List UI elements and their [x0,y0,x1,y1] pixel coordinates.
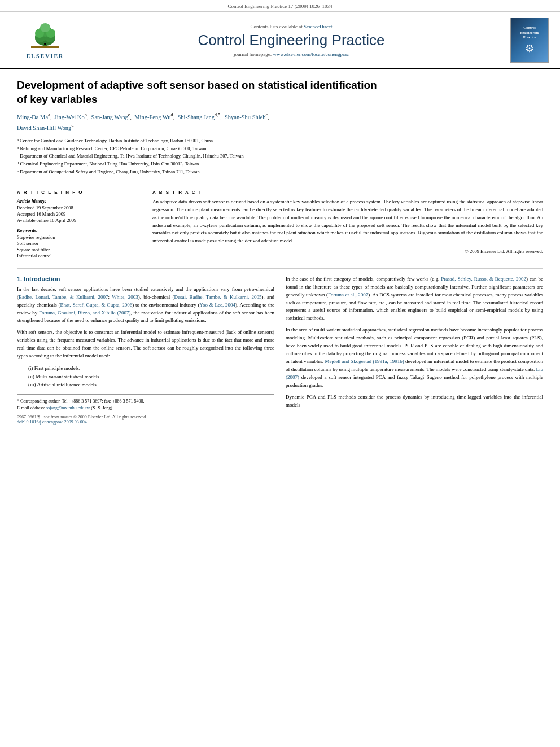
elsevier-logo: ELSEVIER [11,21,79,59]
authors-line: Ming-Da Maa, Jing-Wei Kob, San-Jang Wang… [17,112,543,133]
author-sanjang-wang[interactable]: San-Jang Wang [91,114,128,120]
sciencedirect-link[interactable]: ScienceDirect [304,24,332,29]
body-section: 1. Introduction In the last decade, soft… [17,268,543,425]
right-para2: In the area of multi-variant statistical… [286,326,543,390]
journal-homepage: journal homepage: www.elsevier.com/locat… [79,51,504,57]
author-shishang-jang[interactable]: Shi-Shang Jang [177,114,215,120]
ref-prasad[interactable]: Prasad, Schley, Russo, & Bequette, 2002 [441,276,526,282]
info-abstract-section: A R T I C L E I N F O Article history: R… [17,190,543,259]
journal-cover-area: ControlEngineeringPractice ⚙ [504,18,549,63]
abstract-heading: A B S T R A C T [152,190,543,195]
affiliation-b: b Refining and Manufacturing Research Ce… [17,145,543,152]
affil-a-text: Center for Control and Guidance Technolo… [20,137,213,145]
author-david-wong[interactable]: David Shan-Hill Wong [17,124,71,130]
doi-link[interactable]: doi:10.1016/j.conengprac.2009.03.004 [17,420,274,425]
journal-title: Control Engineering Practice [79,32,504,49]
article-info-col: A R T I C L E I N F O Article history: R… [17,190,141,259]
email-link[interactable]: ssjang@mx.nthu.edu.tw [46,405,90,410]
page-header: ELSEVIER Contents lists available at Sci… [0,12,560,69]
ref-badhe[interactable]: Badhe, Lonari, Tambe, & Kulkarni, 2007 [19,294,108,300]
issn-line: 0967-0661/$ - see front matter © 2009 El… [17,414,274,420]
section-divider [17,184,543,184]
list-item-3: (iii) Artificial intelligence models. [28,381,274,388]
main-content: Development of adaptive soft sensor base… [0,69,560,430]
article-history: Article history: Received 19 September 2… [17,198,141,223]
cover-icon: ⚙ [525,42,534,55]
keywords-section: Keywords: Stepwise regression Soft senso… [17,228,141,259]
article-title: Development of adaptive soft sensor base… [17,78,543,106]
keyword-1: Stepwise regression [17,234,141,240]
abstract-col: A B S T R A C T An adaptive data-driven … [152,190,543,259]
elsevier-tree-icon [28,21,62,52]
intro-para1: In the last decade, soft sensor applicat… [17,286,274,325]
ref-mejdell[interactable]: Mejdell and Skogestad (1991a, 1991b) [325,359,404,364]
sciencedirect-line: Contents lists available at ScienceDirec… [79,24,504,29]
journal-bar-text: Control Engineering Practice 17 (2009) 1… [228,3,332,9]
copyright-line: © 2009 Elsevier Ltd. All rights reserved… [152,248,543,254]
sciencedirect-label: Contents lists available at [251,24,303,29]
affiliation-c: c Department of Chemical and Material En… [17,152,543,160]
keywords-label: Keywords: [17,228,141,233]
abstract-text: An adaptive data-driven soft sensor is d… [152,198,543,246]
elsevier-logo-area: ELSEVIER [11,21,79,59]
history-accepted: Accepted 16 March 2009 [17,211,141,217]
journal-cover: ControlEngineeringPractice ⚙ [510,18,549,63]
ref-fortuna[interactable]: Fortuna, Graziani, Rizzo, and Xibilia (2… [39,310,130,316]
svg-point-8 [40,23,50,32]
ref-white[interactable]: White, 2003 [112,294,138,300]
list-item-1: (i) First principle models. [28,364,274,372]
history-received: Received 19 September 2008 [17,205,141,211]
ref-liu[interactable]: Liu (2007) [286,366,543,380]
intro-heading: 1. Introduction [17,276,274,282]
author-jingwei-ko[interactable]: Jing-Wei Ko [55,114,85,120]
author-mada-ma[interactable]: Ming-Da Ma [17,114,48,120]
history-label: Article history: [17,198,141,204]
homepage-link[interactable]: www.elsevier.com/locate/conengprac [273,51,349,57]
footnote-corresponding: * Corresponding author. Tel.: +886 3 571… [17,398,274,404]
keyword-4: Inferential control [17,253,141,259]
affil-b-text: Refining and Manufacturing Research Cent… [20,145,207,152]
journal-title-area: Contents lists available at ScienceDirec… [79,24,504,57]
affil-e-text: Department of Occupational Safety and Hy… [20,168,200,176]
ref-bhat[interactable]: Bhat, Saraf, Gupta, & Gupta, 2006 [60,302,132,308]
author-mingfeng-wu[interactable]: Ming-Feng Wu [134,114,170,120]
keyword-3: Square root filter [17,247,141,252]
footnote-area: * Corresponding author. Tel.: +886 3 571… [17,394,274,424]
affil-d-text: Chemical Engineering Department, Nationa… [20,160,199,168]
footnote-email: E-mail address: ssjang@mx.nthu.edu.tw (S… [17,405,274,411]
right-para1: In the case of the first category of mod… [286,276,543,323]
affiliations: a Center for Control and Guidance Techno… [17,137,543,176]
affiliation-d: d Chemical Engineering Department, Natio… [17,160,543,168]
journal-bar: Control Engineering Practice 17 (2009) 1… [0,0,560,12]
intro-para2: With soft sensors, the objective is to c… [17,329,274,360]
history-online: Available online 18 April 2009 [17,217,141,223]
elsevier-text: ELSEVIER [27,53,64,59]
affil-c-text: Department of Chemical and Material Engi… [20,152,244,160]
affiliation-e: e Department of Occupational Safety and … [17,168,543,176]
article-title-text: Development of adaptive soft sensor base… [17,79,377,105]
author-shyanshu-shieh[interactable]: Shyan-Shu Shieh [225,114,266,120]
ref-fortuna2[interactable]: Fortuna et al., 2007 [328,292,368,298]
cover-title: ControlEngineeringPractice [520,25,539,40]
svg-point-9 [44,43,46,45]
homepage-label: journal homepage: [234,51,272,57]
ref-yoo[interactable]: Yoo & Lee, 2004 [199,302,235,308]
ref-desai[interactable]: Desai, Badhe, Tambe, & Kulkarni, 2005 [174,294,261,300]
body-right-col: In the case of the first category of mod… [286,276,543,425]
keyword-2: Soft sensor [17,241,141,246]
affiliation-a: a Center for Control and Guidance Techno… [17,137,543,145]
article-info-heading: A R T I C L E I N F O [17,190,141,195]
body-left-col: 1. Introduction In the last decade, soft… [17,276,274,425]
list-item-2: (ii) Multi-variant statistical models. [28,373,274,381]
right-para3: Dynamic PCA and PLS methods consider the… [286,394,543,409]
